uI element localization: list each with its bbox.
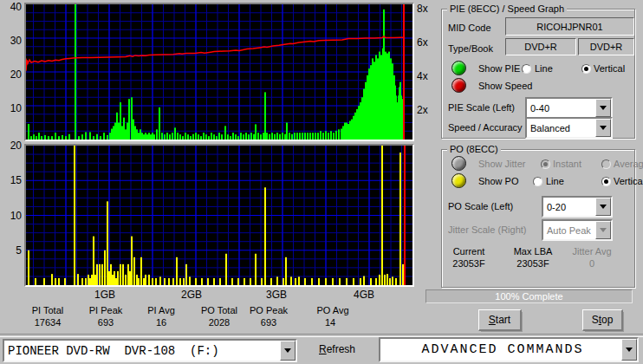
stat-label: PO Peak [237,305,300,315]
pie-line-radio[interactable] [522,64,531,74]
speed-ytick: 8x [417,3,434,15]
jitter-instant-radio [541,159,550,169]
dropdown-arrow-button[interactable] [595,99,611,117]
po-scale-label: PO Scale (Left) [448,201,513,211]
progress-text: 100% Complete [495,291,562,302]
current-value: 23053F [440,258,497,269]
drive-select-value: PIONEER DVD-RW DVR-108 (F:) [4,344,280,358]
pie-scale-value: 0-40 [527,103,595,114]
jitter-scale-value: Auto Peak [543,225,595,236]
pie-vertical-radio[interactable] [581,64,591,74]
stat-label: PO Avg [302,305,364,315]
po-scale-value: 0-20 [543,202,595,212]
app-window: 40 30 20 10 8x 6x 4x 2x 20 15 10 5 1GB 2… [0,0,643,364]
pie-scale-label: PIE Scale (Left) [448,102,515,113]
jitter-avg-label: Jitter Avg [563,246,620,257]
mid-code-value: RICOHJPNR01 [505,17,634,36]
stat-value: 693 [237,317,300,328]
pie-ytick: 40 [0,1,22,13]
x-axis-label: 4GB [351,289,377,301]
stat-value: 693 [75,317,137,328]
stop-button[interactable]: Stop [582,309,623,331]
max-lba-value: 23053F [504,258,562,269]
po-vertical-radio[interactable] [601,177,611,186]
show-po-led-button[interactable] [451,173,466,188]
po-graph [24,144,414,287]
progress-bar: 100% Complete [425,289,633,303]
jitter-instant-label: Instant [553,159,581,169]
pie-scale-dropdown[interactable]: 0-40 [525,97,613,119]
drive-select-dropdown[interactable]: PIONEER DVD-RW DVR-108 (F:) [3,339,297,362]
show-po-label: Show PO [478,176,518,186]
dropdown-arrow-button[interactable] [621,339,637,361]
chevron-down-icon [600,228,607,232]
refresh-link[interactable]: Refresh [319,343,355,355]
show-pie-label: Show PIE [478,63,520,74]
show-jitter-label: Show Jitter [478,159,525,169]
po-ytick: 5 [0,244,22,257]
chevron-down-icon [600,205,607,209]
dropdown-arrow-button[interactable] [595,198,611,216]
chevron-down-icon [284,348,291,353]
po-line-radio[interactable] [533,177,542,186]
pie-vertical-label[interactable]: Vertical [594,63,625,74]
current-label: Current [440,246,497,257]
dropdown-arrow-button [595,221,611,239]
pie-ytick: 20 [0,68,22,81]
chevron-down-icon [626,348,633,352]
dropdown-arrow-button[interactable] [280,341,296,361]
show-speed-label: Show Speed [478,81,532,91]
start-button[interactable]: Start [478,309,522,331]
speed-accuracy-label: Speed / Accuracy [448,122,523,133]
speed-accuracy-dropdown[interactable]: Balanced [525,117,613,139]
po-ytick: 15 [0,174,22,186]
type-book-value-1: DVD+R [505,38,576,55]
x-axis-label: 2GB [179,289,205,301]
jitter-average-label: Average [614,159,643,169]
stat-label: PI Total [16,305,79,315]
po-ytick: 10 [0,210,22,222]
x-axis-label: 1GB [92,289,118,301]
speed-ytick: 6x [417,36,434,49]
type-book-value-2: DVD+R [578,38,634,55]
po-line-label[interactable]: Line [546,176,564,186]
advanced-commands-value: ADVANCED COMMANDS [380,342,621,357]
pie-ytick: 10 [0,102,22,114]
advanced-commands-dropdown[interactable]: ADVANCED COMMANDS [379,337,639,362]
chevron-down-icon [600,106,607,110]
pie-speed-graph [24,3,414,141]
po-vertical-label[interactable]: Vertical [614,176,643,186]
speed-ytick: 4x [417,70,434,82]
po-scale-dropdown[interactable]: 0-20 [542,196,613,218]
chevron-down-icon [600,126,607,130]
stat-label: PI Avg [130,305,192,315]
jitter-average-radio [601,159,611,169]
pie-line-label[interactable]: Line [535,63,553,74]
pie-ytick: 30 [0,35,22,47]
speed-accuracy-value: Balanced [527,123,595,133]
jitter-avg-value: 0 [563,258,620,269]
mid-code-label: MID Code [448,23,491,33]
stat-value: 16 [130,317,192,328]
show-speed-led-button[interactable] [451,78,466,93]
type-book-label: Type/Book [448,43,493,54]
stat-label: PI Peak [75,305,137,315]
show-pie-led-button[interactable] [451,61,466,75]
dropdown-arrow-button[interactable] [595,119,611,137]
jitter-scale-label: Jitter Scale (Right) [448,224,526,235]
speed-ytick: 2x [417,104,434,116]
po-ytick: 20 [0,140,22,152]
max-lba-label: Max LBA [504,246,562,257]
stat-value: 17634 [16,317,79,328]
x-axis-label: 3GB [263,289,289,301]
jitter-scale-dropdown: Auto Peak [542,219,613,241]
group-title: PO (8ECC) [447,144,501,154]
stat-value: 14 [299,317,361,328]
group-title: PIE (8ECC) / Speed Graph [447,3,567,14]
show-jitter-led-button [451,156,466,171]
